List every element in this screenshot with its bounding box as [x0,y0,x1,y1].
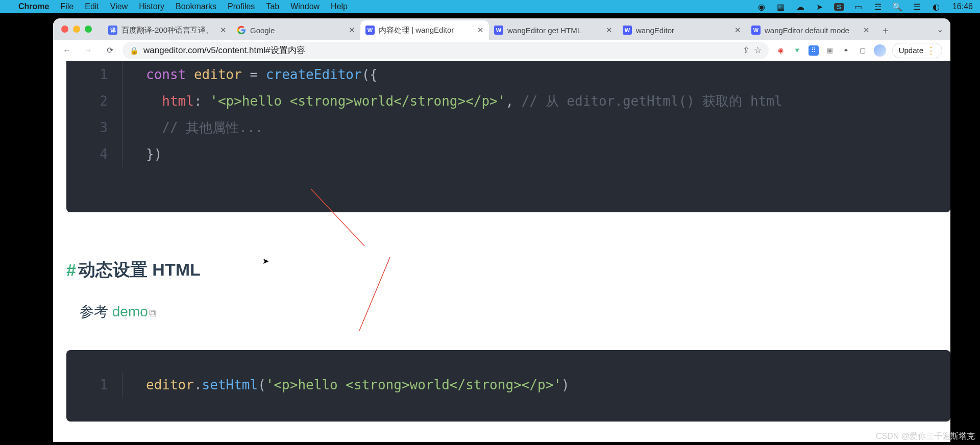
tab-wangeditor-gethtml[interactable]: W wangEditor get HTML ✕ [489,20,618,40]
status-telegram-icon[interactable]: ➤ [815,2,825,12]
app-name[interactable]: Chrome [18,2,49,11]
section-heading: # 动态设置 HTML [66,258,950,282]
menu-history[interactable]: History [139,2,164,11]
code-content[interactable]: const editor = createEditor({ html: '<p>… [122,61,782,167]
status-grid-icon[interactable]: ▦ [776,2,786,12]
side-panel-icon[interactable]: ▢ [857,45,868,56]
update-menu-icon[interactable]: ⋮ [926,46,936,55]
watermark-text: CSDN @爱你三千遍斯塔克 [876,431,975,442]
ext-adblock-icon[interactable]: ◉ [776,45,786,56]
ext-translate-icon[interactable]: ⠿ [808,45,819,56]
heading-text: 动态设置 HTML [78,258,201,282]
code-block-sethtml: 1editor.setHtml('<p>hello <strong>world<… [66,350,950,422]
external-link-icon: ⧉ [149,307,156,318]
tab-title: wangEditor [636,26,730,35]
code-content[interactable]: editor.setHtml('<p>hello <strong>world</… [122,372,570,398]
extensions-area: ◉ ▼ ⠿ ▣ ✦ ▢ Update ⋮ [773,43,945,58]
status-siri-icon[interactable]: ◐ [931,2,941,12]
status-search-icon[interactable]: 🔍 [892,2,902,12]
tab-close-icon[interactable]: ✕ [220,26,227,35]
tab-wangeditor-default[interactable]: W wangEditor default mode ✕ [746,20,875,40]
tab-title: Google [250,26,345,35]
share-icon[interactable]: ⇪ [743,45,750,56]
address-bar[interactable]: 🔒 wangeditor.com/v5/content.html#设置内容 ⇪ … [122,42,769,59]
favicon-wangeditor-icon: W [494,26,503,35]
para-prefix: 参考 [80,304,112,319]
tab-list-chevron-icon[interactable]: ⌄ [937,24,943,34]
reference-paragraph: 参考 demo⧉ [80,302,950,322]
update-label: Update [899,46,923,55]
tab-close-icon[interactable]: ✕ [477,26,484,35]
tab-close-icon[interactable]: ✕ [349,26,355,35]
menu-edit[interactable]: Edit [85,2,99,11]
status-wechat-icon[interactable]: ☁ [795,2,805,12]
menu-window[interactable]: Window [290,2,320,11]
line-gutter: 1 [66,372,122,398]
mouse-cursor-icon: ➤ [262,256,269,266]
forward-button[interactable]: → [80,42,97,59]
favicon-wangeditor-icon: W [365,26,375,35]
window-maximize-button[interactable] [85,26,92,33]
tab-baidu-translate[interactable]: 译 百度翻译-200种语言互译、 ✕ [103,20,232,40]
browser-toolbar: ← → ⟳ 🔒 wangeditor.com/v5/content.html#设… [53,40,950,61]
new-tab-button[interactable]: ＋ [878,22,893,38]
window-close-button[interactable] [61,26,68,33]
tab-wangeditor-content[interactable]: W 内容处理 | wangEditor ✕ [360,20,489,40]
tab-title: wangEditor get HTML [507,26,602,35]
status-control-center-icon[interactable]: ☰ [912,2,922,12]
menu-tab[interactable]: Tab [266,2,279,11]
status-wifi-icon[interactable]: ☲ [873,2,883,12]
chrome-window: 译 百度翻译-200种语言互译、 ✕ Google ✕ W 内容处理 | wan… [53,18,950,442]
menubar-clock[interactable]: 16:46 [952,2,973,11]
macos-menubar: Chrome File Edit View History Bookmarks … [0,0,980,13]
extensions-puzzle-icon[interactable]: ✦ [841,45,851,56]
lock-icon[interactable]: 🔒 [130,46,138,55]
bookmark-star-icon[interactable]: ☆ [754,45,762,56]
line-gutter: 1 2 3 4 [66,61,122,167]
favicon-baidu-icon: 译 [108,26,117,35]
page-viewport: 1 2 3 4const editor = createEditor({ htm… [53,61,950,442]
favicon-wangeditor-icon: W [623,26,632,35]
tab-close-icon[interactable]: ✕ [863,26,870,35]
menu-help[interactable]: Help [331,2,348,11]
status-battery-icon[interactable]: ▭ [853,2,864,12]
reload-button[interactable]: ⟳ [101,42,118,59]
status-record-icon[interactable]: ◉ [756,2,767,12]
tab-google[interactable]: Google ✕ [232,20,360,40]
menu-file[interactable]: File [60,2,74,11]
tab-wangeditor[interactable]: W wangEditor ✕ [618,20,746,40]
menu-profiles[interactable]: Profiles [228,2,255,11]
code-block-create-editor: 1 2 3 4const editor = createEditor({ htm… [66,61,950,212]
tab-close-icon[interactable]: ✕ [606,26,612,35]
ext-generic-icon[interactable]: ▣ [825,45,835,56]
profile-avatar[interactable] [874,44,886,57]
favicon-google-icon [237,26,246,35]
tab-strip: 译 百度翻译-200种语言互译、 ✕ Google ✕ W 内容处理 | wan… [53,18,950,40]
tab-title: wangEditor default mode [765,26,859,35]
back-button[interactable]: ← [58,42,76,59]
url-text: wangeditor.com/v5/content.html#设置内容 [143,44,305,56]
demo-link[interactable]: demo [112,304,148,319]
window-minimize-button[interactable] [73,26,80,33]
update-button[interactable]: Update ⋮ [892,43,942,58]
tab-title: 百度翻译-200种语言互译、 [121,26,216,35]
tab-title: 内容处理 | wangEditor [379,26,473,35]
tab-close-icon[interactable]: ✕ [734,26,741,35]
heading-anchor-link[interactable]: # [66,260,76,280]
menu-bookmarks[interactable]: Bookmarks [176,2,216,11]
favicon-wangeditor-icon: W [751,26,761,35]
window-controls [61,26,92,33]
status-skype-icon[interactable]: S [834,3,844,11]
menu-view[interactable]: View [110,2,128,11]
ext-vue-icon[interactable]: ▼ [792,45,802,56]
